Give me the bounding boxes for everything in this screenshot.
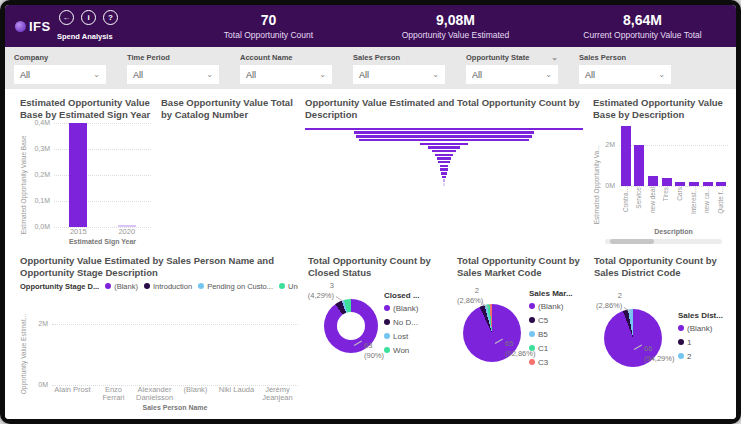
ifs-logo: IFS xyxy=(15,19,51,34)
funnel-bar[interactable] xyxy=(442,176,446,179)
plot-district-code: 2(2,86%)66(94,29%)Sales Dist...(Blank)12 xyxy=(594,279,728,413)
legend-title: Opportunity Stage D... xyxy=(20,282,99,291)
data-label-value: 63 xyxy=(364,341,384,351)
filter-dropdown-sales-person[interactable]: All⌄ xyxy=(579,65,671,84)
y-axis: 0,4M0,3M0,2M0,1M0,0M xyxy=(30,123,54,228)
chevron-down-icon: ⌄ xyxy=(432,71,439,79)
bar-tires[interactable] xyxy=(662,178,672,186)
plot-main: 2M0MAlain ProstEnzo FerrariAlexander Dan… xyxy=(30,294,298,413)
x-tick-label: 2015 xyxy=(70,227,87,236)
x-axis: 20152020 xyxy=(54,227,151,237)
legend-item-introduction[interactable]: Introduction xyxy=(144,282,192,291)
filter-dropdown-company[interactable]: All⌄ xyxy=(14,65,106,84)
bar-2015[interactable] xyxy=(69,123,87,228)
funnel-bar[interactable] xyxy=(356,135,531,138)
funnel-bar[interactable] xyxy=(435,154,453,157)
legend-item-under-discus[interactable]: Under Discus... xyxy=(279,282,298,291)
legend-item-c1[interactable]: C1 xyxy=(529,344,573,353)
plot-market-code: 2(2,86%)65(92,86%)Sales Mar...(Blank)C5B… xyxy=(457,279,584,413)
legend-swatch xyxy=(529,303,535,309)
y-axis-title: Estimated Opportunity Value Base xyxy=(20,123,30,247)
funnel-bar[interactable] xyxy=(440,165,449,168)
filter-dropdown-time-period[interactable]: All⌄ xyxy=(127,65,219,84)
plot-main: 0,4M0,3M0,2M0,1M0,0M20152020Estimated Si… xyxy=(30,123,151,247)
report-dashboard: IFS ← i ? Spend Analysis 70 Total Opport… xyxy=(5,5,736,419)
y-tick-label: 0,1M xyxy=(34,197,50,204)
legend-label: (Blank) xyxy=(393,304,418,313)
bar-quote-f[interactable] xyxy=(716,182,726,186)
legend-title: Sales Dist... xyxy=(678,311,723,320)
bar-new-ca[interactable] xyxy=(703,182,713,186)
filter-selected-value: All xyxy=(585,70,595,80)
data-label: 63(90%) xyxy=(364,341,384,361)
y-tick-label: 0,3M xyxy=(34,145,50,152)
ifs-logo-icon xyxy=(15,21,26,32)
plot-description-funnel xyxy=(305,128,583,247)
funnel-bar[interactable] xyxy=(440,168,447,171)
back-icon[interactable]: ← xyxy=(59,10,74,25)
legend-item-pending-on-custo[interactable]: Pending on Custo... xyxy=(198,282,273,291)
filter-dropdown-opportunity-state[interactable]: All⌄ xyxy=(466,65,558,84)
x-tick-label: (Blank) xyxy=(175,385,216,403)
bar-service[interactable] xyxy=(634,145,644,186)
bar-new-deal[interactable] xyxy=(648,176,658,186)
info-icon[interactable]: i xyxy=(81,10,96,25)
funnel-bar[interactable] xyxy=(305,128,583,131)
report-title: Spend Analysis xyxy=(57,32,113,41)
plot-area xyxy=(619,123,728,186)
kpi-value: 9,08M xyxy=(362,12,549,28)
filter-label-text: Time Period xyxy=(127,53,170,62)
funnel-bar[interactable] xyxy=(443,179,446,182)
chart-title: Total Opportunity Count by Sales Distric… xyxy=(594,255,728,279)
funnel-bar[interactable] xyxy=(441,172,447,175)
filter-selected-value: All xyxy=(246,70,256,80)
legend-label: 2 xyxy=(687,352,691,361)
x-tick-label: Interest... xyxy=(691,187,698,214)
chevron-down-icon: ⌄ xyxy=(206,71,213,79)
legend-swatch xyxy=(529,331,535,337)
h-scrollbar xyxy=(605,239,722,244)
funnel-bar[interactable] xyxy=(443,183,445,186)
legend-item-blank[interactable]: (Blank) xyxy=(105,282,138,291)
legend-item-1[interactable]: 1 xyxy=(678,338,723,347)
funnel-bar[interactable] xyxy=(420,143,467,146)
legend-item-c5[interactable]: C5 xyxy=(529,316,573,325)
funnel-bar[interactable] xyxy=(437,157,451,160)
legend-item-won[interactable]: Won xyxy=(384,346,420,355)
chevron-down-icon: ⌄ xyxy=(93,71,100,79)
legend-item-lost[interactable]: Lost xyxy=(384,332,420,341)
data-label-pct: (2,86%) xyxy=(596,301,622,311)
funnel-bar[interactable] xyxy=(428,146,460,149)
filter-dropdown-sales-person[interactable]: All⌄ xyxy=(353,65,445,84)
funnel-bar[interactable] xyxy=(354,131,535,134)
legend-item-c3[interactable]: C3 xyxy=(529,358,573,367)
legend-swatch xyxy=(678,339,684,345)
plot-closed-status: 3(4,29%)63(90%)Closed ...(Blank)No D...L… xyxy=(308,279,447,413)
legend-swatch xyxy=(279,283,285,289)
x-axis: Contra...Servicenew dealTiresCarsInteres… xyxy=(619,186,728,227)
y-tick-label: 0M xyxy=(38,381,48,388)
brand-area: IFS ← i ? Spend Analysis xyxy=(5,5,175,47)
filter-selected-value: All xyxy=(359,70,369,80)
chart-count-by-closed-status: Total Opportunity Count by Closed Status… xyxy=(302,249,451,415)
filter-dropdown-account-name[interactable]: All⌄ xyxy=(240,65,332,84)
funnel-bar[interactable] xyxy=(438,161,449,164)
h-scrollbar-thumb[interactable] xyxy=(610,239,654,244)
bar-2020[interactable] xyxy=(118,225,136,227)
filter-label-text: Account Name xyxy=(240,53,293,62)
bar-cars[interactable] xyxy=(675,182,685,186)
legend-item-no-d[interactable]: No D... xyxy=(384,318,420,327)
legend-item-2[interactable]: 2 xyxy=(678,352,723,361)
legend-item-blank[interactable]: (Blank) xyxy=(678,324,723,333)
help-icon[interactable]: ? xyxy=(103,10,118,25)
data-label: 3(4,29%) xyxy=(306,281,334,301)
funnel-bar[interactable] xyxy=(359,139,529,142)
bar-contra[interactable] xyxy=(621,126,631,186)
legend-item-blank[interactable]: (Blank) xyxy=(529,302,573,311)
data-label-value: 2 xyxy=(596,291,622,301)
bar-interest[interactable] xyxy=(689,182,699,186)
legend-item-blank[interactable]: (Blank) xyxy=(384,304,420,313)
x-tick: Service xyxy=(633,186,647,227)
funnel-bar[interactable] xyxy=(432,150,456,153)
legend-item-b5[interactable]: B5 xyxy=(529,330,573,339)
